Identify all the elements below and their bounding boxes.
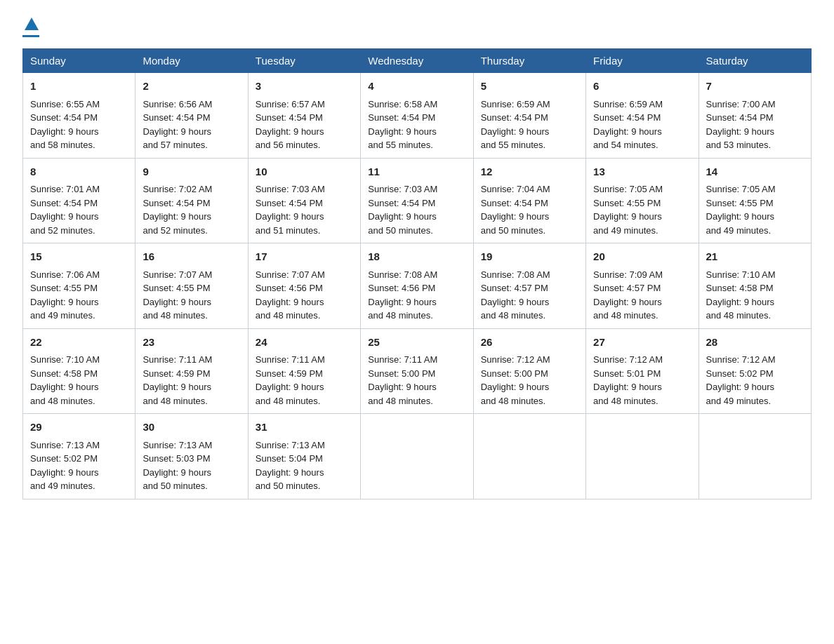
- calendar-cell: [586, 414, 699, 499]
- week-row-4: 22Sunrise: 7:10 AMSunset: 4:58 PMDayligh…: [23, 328, 812, 414]
- day-info: Sunrise: 6:56 AMSunset: 4:54 PMDaylight:…: [143, 98, 240, 152]
- calendar-cell: 29Sunrise: 7:13 AMSunset: 5:02 PMDayligh…: [23, 414, 135, 499]
- day-number: 1: [30, 79, 128, 95]
- day-number: 21: [706, 249, 804, 265]
- day-info: Sunrise: 7:11 AMSunset: 4:59 PMDaylight:…: [256, 353, 353, 408]
- calendar-body: 1Sunrise: 6:55 AMSunset: 4:54 PMDaylight…: [23, 73, 812, 499]
- calendar-cell: 10Sunrise: 7:03 AMSunset: 4:54 PMDayligh…: [248, 158, 360, 243]
- day-info: Sunrise: 7:00 AMSunset: 4:54 PMDaylight:…: [706, 98, 804, 152]
- logo-triangle-icon: [24, 17, 39, 31]
- calendar-cell: 4Sunrise: 6:58 AMSunset: 4:54 PMDaylight…: [361, 73, 473, 159]
- day-info: Sunrise: 7:13 AMSunset: 5:04 PMDaylight:…: [256, 438, 353, 493]
- day-number: 11: [368, 164, 465, 180]
- day-number: 25: [368, 335, 465, 351]
- day-info: Sunrise: 6:59 AMSunset: 4:54 PMDaylight:…: [481, 98, 578, 152]
- calendar-cell: 13Sunrise: 7:05 AMSunset: 4:55 PMDayligh…: [586, 158, 699, 243]
- day-number: 16: [143, 249, 240, 265]
- calendar-cell: 21Sunrise: 7:10 AMSunset: 4:58 PMDayligh…: [699, 243, 811, 329]
- day-info: Sunrise: 7:10 AMSunset: 4:58 PMDaylight:…: [30, 353, 128, 408]
- calendar-cell: 12Sunrise: 7:04 AMSunset: 4:54 PMDayligh…: [473, 158, 585, 243]
- calendar-cell: 23Sunrise: 7:11 AMSunset: 4:59 PMDayligh…: [135, 328, 248, 414]
- calendar-cell: [699, 414, 811, 499]
- calendar-cell: 1Sunrise: 6:55 AMSunset: 4:54 PMDaylight…: [23, 73, 135, 159]
- calendar-cell: 30Sunrise: 7:13 AMSunset: 5:03 PMDayligh…: [135, 414, 248, 499]
- day-number: 20: [593, 249, 691, 265]
- day-header-thursday: Thursday: [473, 49, 585, 73]
- day-info: Sunrise: 6:59 AMSunset: 4:54 PMDaylight:…: [593, 98, 691, 152]
- calendar-cell: 18Sunrise: 7:08 AMSunset: 4:56 PMDayligh…: [361, 243, 473, 329]
- day-info: Sunrise: 7:05 AMSunset: 4:55 PMDaylight:…: [593, 182, 691, 237]
- week-row-5: 29Sunrise: 7:13 AMSunset: 5:02 PMDayligh…: [23, 414, 812, 499]
- calendar-cell: 5Sunrise: 6:59 AMSunset: 4:54 PMDaylight…: [473, 73, 585, 159]
- day-info: Sunrise: 7:12 AMSunset: 5:02 PMDaylight:…: [706, 353, 804, 408]
- calendar-cell: 3Sunrise: 6:57 AMSunset: 4:54 PMDaylight…: [248, 73, 360, 159]
- day-number: 18: [368, 249, 465, 265]
- day-number: 8: [30, 164, 128, 180]
- calendar-cell: 27Sunrise: 7:12 AMSunset: 5:01 PMDayligh…: [586, 328, 699, 414]
- calendar-cell: 15Sunrise: 7:06 AMSunset: 4:55 PMDayligh…: [23, 243, 135, 329]
- calendar-cell: 19Sunrise: 7:08 AMSunset: 4:57 PMDayligh…: [473, 243, 585, 329]
- day-header-tuesday: Tuesday: [248, 49, 360, 73]
- day-header-sunday: Sunday: [23, 49, 135, 73]
- day-number: 2: [143, 79, 240, 95]
- day-number: 6: [593, 79, 691, 95]
- day-number: 7: [706, 79, 804, 95]
- day-info: Sunrise: 7:11 AMSunset: 4:59 PMDaylight:…: [143, 353, 240, 408]
- page-header: [22, 17, 812, 37]
- day-info: Sunrise: 7:06 AMSunset: 4:55 PMDaylight:…: [30, 268, 128, 323]
- day-number: 9: [143, 164, 240, 180]
- day-info: Sunrise: 7:08 AMSunset: 4:57 PMDaylight:…: [481, 268, 578, 323]
- calendar-cell: 16Sunrise: 7:07 AMSunset: 4:55 PMDayligh…: [135, 243, 248, 329]
- calendar-cell: 24Sunrise: 7:11 AMSunset: 4:59 PMDayligh…: [248, 328, 360, 414]
- day-number: 28: [706, 335, 804, 351]
- days-of-week-row: SundayMondayTuesdayWednesdayThursdayFrid…: [23, 49, 812, 73]
- day-info: Sunrise: 7:03 AMSunset: 4:54 PMDaylight:…: [256, 182, 353, 237]
- day-info: Sunrise: 7:03 AMSunset: 4:54 PMDaylight:…: [368, 182, 465, 237]
- day-number: 10: [256, 164, 353, 180]
- day-number: 3: [256, 79, 353, 95]
- day-info: Sunrise: 6:58 AMSunset: 4:54 PMDaylight:…: [368, 98, 465, 152]
- day-number: 27: [593, 335, 691, 351]
- day-header-friday: Friday: [586, 49, 699, 73]
- calendar-cell: 2Sunrise: 6:56 AMSunset: 4:54 PMDaylight…: [135, 73, 248, 159]
- day-number: 24: [256, 335, 353, 351]
- calendar-cell: 22Sunrise: 7:10 AMSunset: 4:58 PMDayligh…: [23, 328, 135, 414]
- calendar-cell: 7Sunrise: 7:00 AMSunset: 4:54 PMDaylight…: [699, 73, 811, 159]
- calendar-cell: 9Sunrise: 7:02 AMSunset: 4:54 PMDaylight…: [135, 158, 248, 243]
- day-info: Sunrise: 7:13 AMSunset: 5:02 PMDaylight:…: [30, 438, 128, 493]
- day-number: 5: [481, 79, 578, 95]
- day-number: 30: [143, 420, 240, 436]
- day-info: Sunrise: 7:12 AMSunset: 5:00 PMDaylight:…: [481, 353, 578, 408]
- week-row-3: 15Sunrise: 7:06 AMSunset: 4:55 PMDayligh…: [23, 243, 812, 329]
- day-info: Sunrise: 7:02 AMSunset: 4:54 PMDaylight:…: [143, 182, 240, 237]
- day-info: Sunrise: 7:01 AMSunset: 4:54 PMDaylight:…: [30, 182, 128, 237]
- logo-underline: [22, 35, 39, 37]
- calendar-cell: 26Sunrise: 7:12 AMSunset: 5:00 PMDayligh…: [473, 328, 585, 414]
- calendar-cell: 25Sunrise: 7:11 AMSunset: 5:00 PMDayligh…: [361, 328, 473, 414]
- day-number: 26: [481, 335, 578, 351]
- calendar-cell: 8Sunrise: 7:01 AMSunset: 4:54 PMDaylight…: [23, 158, 135, 243]
- day-info: Sunrise: 7:10 AMSunset: 4:58 PMDaylight:…: [706, 268, 804, 323]
- day-info: Sunrise: 7:05 AMSunset: 4:55 PMDaylight:…: [706, 182, 804, 237]
- calendar-cell: 28Sunrise: 7:12 AMSunset: 5:02 PMDayligh…: [699, 328, 811, 414]
- day-header-monday: Monday: [135, 49, 248, 73]
- calendar-cell: 31Sunrise: 7:13 AMSunset: 5:04 PMDayligh…: [248, 414, 360, 499]
- day-number: 29: [30, 420, 128, 436]
- day-number: 4: [368, 79, 465, 95]
- logo: [22, 17, 39, 37]
- calendar-cell: 17Sunrise: 7:07 AMSunset: 4:56 PMDayligh…: [248, 243, 360, 329]
- day-number: 19: [481, 249, 578, 265]
- svg-marker-0: [25, 18, 39, 30]
- calendar-header: SundayMondayTuesdayWednesdayThursdayFrid…: [23, 49, 812, 73]
- day-info: Sunrise: 7:09 AMSunset: 4:57 PMDaylight:…: [593, 268, 691, 323]
- day-info: Sunrise: 7:08 AMSunset: 4:56 PMDaylight:…: [368, 268, 465, 323]
- calendar-cell: [473, 414, 585, 499]
- day-header-wednesday: Wednesday: [361, 49, 473, 73]
- day-number: 17: [256, 249, 353, 265]
- day-number: 15: [30, 249, 128, 265]
- day-number: 14: [706, 164, 804, 180]
- day-number: 23: [143, 335, 240, 351]
- calendar-cell: 11Sunrise: 7:03 AMSunset: 4:54 PMDayligh…: [361, 158, 473, 243]
- calendar-cell: 6Sunrise: 6:59 AMSunset: 4:54 PMDaylight…: [586, 73, 699, 159]
- day-header-saturday: Saturday: [699, 49, 811, 73]
